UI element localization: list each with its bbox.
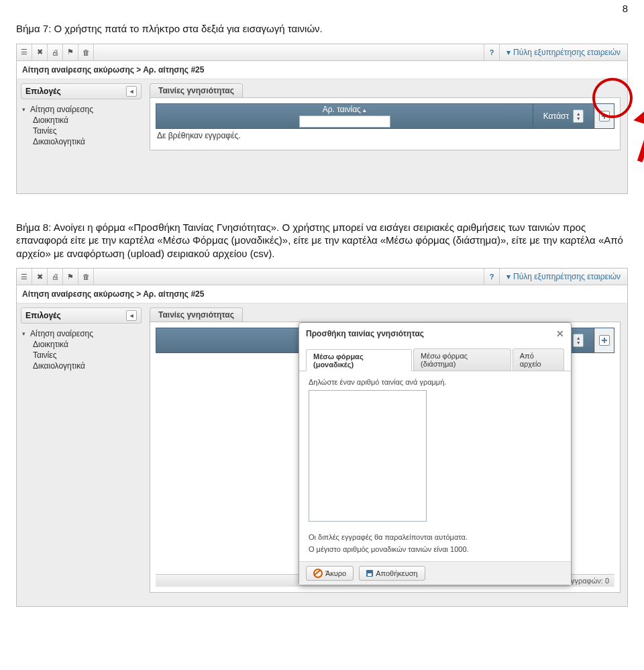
sidebar-title: Επιλογές [25, 311, 61, 320]
sidebar-header: Επιλογές ◂ [21, 83, 142, 99]
sidebar-items: Αίτηση αναίρεσης Διοικητικά Ταινίες Δικα… [21, 324, 142, 371]
toolbar-btn-4[interactable]: ⚑ [63, 44, 78, 60]
sidebar-item[interactable]: Διοικητικά [23, 340, 142, 349]
help-button[interactable]: ? [484, 44, 500, 60]
modal-tabs: Μέσω φόρμας (μοναδικές) Μέσω φόρμας (διά… [299, 343, 571, 371]
portal-link-label: Πύλη εξυπηρέτησης εταιρειών [513, 272, 621, 281]
modal-tab-unique[interactable]: Μέσω φόρμας (μοναδικές) [306, 349, 412, 371]
sidebar-item[interactable]: Διοικητικά [23, 115, 142, 125]
help-button[interactable]: ? [484, 269, 500, 285]
modal-hint: Δηλώστε έναν αριθμό ταινίας ανά γραμμή. [309, 378, 561, 386]
add-tainia-modal: Προσθήκη ταινίας γνησιότητας ✕ Μέσω φόρμ… [299, 322, 572, 585]
step8-text: Βήμα 8: Ανοίγει η φόρμα «Προσθήκη Ταινία… [16, 221, 628, 260]
grid-filter-input[interactable] [299, 115, 390, 128]
modal-note-max: Ο μέγιστο αριθμός μοναδικών ταινιών είνα… [309, 545, 561, 553]
sidebar-title: Επιλογές [25, 87, 61, 96]
sidebar-collapse-button[interactable]: ◂ [126, 310, 137, 321]
grid-col-status[interactable]: Κατάστ ▲▼ [533, 104, 594, 128]
toolbar-btn-2[interactable]: ✖ [32, 269, 48, 285]
portal-link[interactable]: ▾ Πύλη εξυπηρέτησης εταιρειών [500, 44, 627, 60]
sidebar-item-parent[interactable]: Αίτηση αναίρεσης [23, 329, 142, 338]
updown-icon[interactable]: ▲▼ [573, 334, 584, 347]
modal-titlebar: Προσθήκη ταινίας γνησιότητας ✕ [299, 323, 571, 343]
modal-footer: Άκυρο Αποθήκευση [299, 561, 571, 585]
breadcrumb: Αίτηση αναίρεσης ακύρωσης > Αρ. αίτησης … [17, 285, 627, 303]
grid-col-status-label: Κατάστ [543, 111, 569, 121]
grid-panel: Αρ. ταινίας ▴ Κατάστ ▲▼ Δε βρέθηκαν εγγρ… [150, 98, 621, 150]
save-icon [366, 570, 373, 577]
updown-icon[interactable]: ▲▼ [573, 109, 584, 123]
toolbar-btn-3[interactable]: 🖨 [48, 269, 63, 285]
grid-col-number-label: Αρ. ταινίας [323, 105, 361, 114]
toolbar-btn-4[interactable]: ⚑ [63, 269, 78, 285]
no-records-text: Δε βρέθηκαν εγγραφές. [156, 129, 614, 140]
modal-tab-file[interactable]: Από αρχείο [513, 348, 564, 371]
modal-note-duplicates: Οι διπλές εγγραφές θα παραλείπονται αυτό… [309, 533, 561, 541]
step7-text: Βήμα 7: Ο χρήστης πατά το πλήκτρο στα δε… [16, 22, 628, 36]
close-icon[interactable]: ✕ [556, 328, 564, 339]
sidebar-header: Επιλογές ◂ [21, 307, 142, 324]
cancel-label: Άκυρο [325, 569, 346, 577]
grid-add-cell [594, 328, 614, 352]
add-icon[interactable] [599, 111, 610, 122]
cancel-button[interactable]: Άκυρο [306, 566, 354, 581]
sidebar-item[interactable]: Δικαιολογητικά [23, 361, 142, 371]
modal-body: Δηλώστε έναν αριθμό ταινίας ανά γραμμή. … [299, 371, 571, 561]
modal-notes: Οι διπλές εγγραφές θα παραλείπονται αυτό… [309, 533, 561, 553]
chevron-down-icon: ▾ [506, 48, 511, 57]
cancel-icon [313, 569, 323, 578]
chevron-down-icon: ▾ [506, 272, 511, 281]
toolbar-btn-5[interactable]: 🗑 [78, 44, 94, 60]
portal-link-label: Πύλη εξυπηρέτησης εταιρειών [513, 48, 621, 57]
breadcrumb: Αίτηση αναίρεσης ακύρωσης > Αρ. αίτησης … [17, 61, 627, 79]
toolbar: ☰ ✖ 🖨 ⚑ 🗑 ? ▾ Πύλη εξυπηρέτησης εταιρειώ… [17, 44, 627, 61]
grid-col-number[interactable]: Αρ. ταινίας ▴ [156, 104, 533, 128]
sidebar-item[interactable]: Δικαιολογητικά [23, 137, 142, 146]
grid-header: Αρ. ταινίας ▴ Κατάστ ▲▼ [156, 103, 614, 129]
sidebar-items: Αίτηση αναίρεσης Διοικητικά Ταινίες Δικα… [21, 99, 142, 146]
save-button[interactable]: Αποθήκευση [359, 566, 425, 581]
screenshot-1: ☰ ✖ 🖨 ⚑ 🗑 ? ▾ Πύλη εξυπηρέτησης εταιρειώ… [16, 44, 628, 194]
tabbar: Ταινίες γνησιότητας [150, 307, 621, 322]
main-area: Ταινίες γνησιότητας Αρ. ταινίας ▴ Κατάστ… [144, 79, 627, 193]
toolbar-btn-5[interactable]: 🗑 [78, 269, 94, 285]
portal-link[interactable]: ▾ Πύλη εξυπηρέτησης εταιρειών [500, 269, 627, 285]
add-icon[interactable] [599, 335, 610, 346]
tab-tainies[interactable]: Ταινίες γνησιότητας [150, 307, 243, 322]
grid-add-cell [594, 104, 614, 128]
sidebar-collapse-button[interactable]: ◂ [126, 86, 137, 97]
toolbar-btn-3[interactable]: 🖨 [48, 44, 63, 60]
serials-textarea[interactable] [309, 390, 427, 522]
sidebar-item[interactable]: Ταινίες [23, 126, 142, 136]
toolbar-btn-2[interactable]: ✖ [32, 44, 48, 60]
sidebar-item-parent[interactable]: Αίτηση αναίρεσης [23, 105, 142, 114]
toolbar-btn-1[interactable]: ☰ [17, 44, 32, 60]
tabbar: Ταινίες γνησιότητας [150, 83, 621, 98]
screenshot-2: ☰ ✖ 🖨 ⚑ 🗑 ? ▾ Πύλη εξυπηρέτησης εταιρειώ… [16, 268, 628, 607]
toolbar-btn-1[interactable]: ☰ [17, 269, 32, 285]
sidebar-item[interactable]: Ταινίες [23, 350, 142, 360]
sidebar: Επιλογές ◂ Αίτηση αναίρεσης Διοικητικά Τ… [17, 303, 144, 606]
modal-title-text: Προσθήκη ταινίας γνησιότητας [306, 329, 424, 338]
page-number: 8 [16, 0, 628, 14]
tab-tainies[interactable]: Ταινίες γνησιότητας [150, 83, 243, 97]
save-label: Αποθήκευση [376, 569, 417, 577]
sort-caret-icon: ▴ [363, 107, 366, 113]
sidebar: Επιλογές ◂ Αίτηση αναίρεσης Διοικητικά Τ… [17, 79, 144, 193]
toolbar: ☰ ✖ 🖨 ⚑ 🗑 ? ▾ Πύλη εξυπηρέτησης εταιρειώ… [17, 269, 627, 285]
main-area: Ταινίες γνησιότητας Αρ. ταινίας Κατάστ ▲… [144, 303, 627, 606]
modal-tab-range[interactable]: Μέσω φόρμας (διάστημα) [413, 348, 511, 371]
